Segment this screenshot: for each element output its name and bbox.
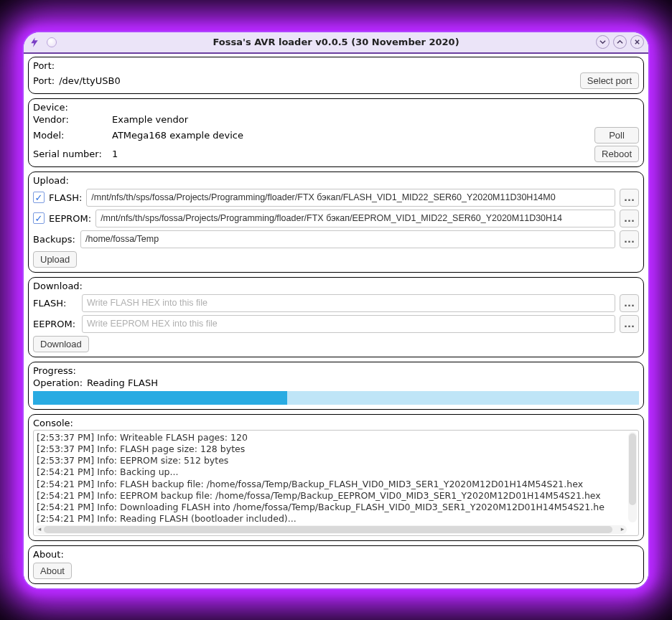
download-flash-browse-button[interactable]: ...: [620, 294, 639, 312]
download-group: Download: FLASH: ... EEPROM: ... Downloa…: [28, 277, 644, 357]
maximize-button[interactable]: [613, 35, 627, 49]
content-area: Port: Port: /dev/ttyUSB0 Select port Dev…: [24, 54, 648, 588]
upload-button[interactable]: Upload: [33, 251, 77, 268]
download-section-label: Download:: [33, 281, 639, 291]
app-window: Fossa's AVR loader v0.0.5 (30 November 2…: [24, 32, 648, 588]
progress-section-label: Progress:: [33, 365, 639, 376]
upload-group: Upload: FLASH: ... EEPROM: ... Backups: …: [28, 172, 644, 273]
about-section-label: About:: [33, 549, 639, 560]
app-icon: [28, 36, 41, 49]
poll-button[interactable]: Poll: [594, 127, 639, 144]
console-line: [2:54:21 PM] Info: Downloading FLASH int…: [37, 502, 635, 513]
about-button[interactable]: About: [33, 563, 72, 579]
upload-flash-browse-button[interactable]: ...: [620, 189, 639, 207]
port-value: /dev/ttyUSB0: [59, 75, 121, 86]
console-horizontal-scrollbar[interactable]: ◂▸: [35, 525, 627, 534]
download-eeprom-browse-button[interactable]: ...: [620, 315, 639, 333]
console-line: [2:53:37 PM] Info: FLASH page size: 128 …: [37, 443, 635, 455]
progress-bar: [33, 391, 639, 405]
upload-backups-browse-button[interactable]: ...: [620, 230, 639, 248]
title-bar: Fossa's AVR loader v0.0.5 (30 November 2…: [24, 32, 648, 54]
download-eeprom-label: EEPROM:: [33, 319, 78, 329]
upload-section-label: Upload:: [33, 175, 639, 186]
vendor-label: Vendor:: [33, 114, 112, 125]
upload-eeprom-checkbox[interactable]: [33, 212, 45, 224]
window-title: Fossa's AVR loader v0.0.5 (30 November 2…: [24, 37, 648, 47]
window-controls: [596, 35, 644, 49]
console-line: [2:53:37 PM] Info: Writeable FLASH pages…: [37, 432, 635, 443]
upload-backups-path-input[interactable]: [80, 230, 615, 248]
close-button[interactable]: [630, 35, 644, 49]
console-section-label: Console:: [33, 418, 639, 428]
upload-eeprom-path-input[interactable]: [95, 210, 615, 227]
select-port-button[interactable]: Select port: [580, 72, 639, 89]
upload-eeprom-browse-button[interactable]: ...: [620, 210, 639, 227]
device-group: Device: Vendor: Example vendor Model: AT…: [28, 98, 644, 167]
upload-flash-path-input[interactable]: [86, 189, 615, 207]
model-label: Model:: [33, 130, 112, 141]
reboot-button[interactable]: Reboot: [594, 146, 639, 162]
download-flash-label: FLASH:: [33, 298, 78, 309]
download-flash-path-input[interactable]: [82, 294, 615, 312]
vendor-value: Example vendor: [112, 114, 594, 125]
console-vertical-scrollbar[interactable]: [628, 432, 637, 522]
download-eeprom-path-input[interactable]: [82, 315, 615, 333]
about-group: About: About: [28, 545, 644, 584]
serial-value: 1: [112, 149, 594, 159]
upload-flash-label: FLASH:: [49, 192, 82, 203]
console-line: [2:53:37 PM] Info: EEPROM size: 512 byte…: [37, 455, 635, 466]
port-section-label: Port:: [33, 60, 639, 71]
console-group: Console: [2:53:37 PM] Info: Writeable FL…: [28, 414, 644, 541]
console-line: [2:54:21 PM] Info: Reading FLASH (bootlo…: [37, 513, 635, 525]
console-output[interactable]: [2:53:37 PM] Info: Writeable FLASH pages…: [33, 430, 639, 536]
operation-value: Reading FLASH: [87, 377, 158, 388]
port-label: Port:: [33, 75, 55, 86]
minimize-button[interactable]: [596, 35, 610, 49]
console-line: [2:54:21 PM] Info: EEPROM backup file: /…: [37, 490, 635, 502]
download-button[interactable]: Download: [33, 336, 89, 352]
console-line: [2:54:21 PM] Info: Backing up...: [37, 466, 635, 478]
upload-eeprom-label: EEPROM:: [49, 213, 91, 224]
console-line: [2:54:21 PM] Info: FLASH backup file: /h…: [37, 479, 635, 490]
upload-backups-label: Backups:: [33, 234, 76, 245]
progress-group: Progress: Operation: Reading FLASH: [28, 362, 644, 410]
port-group: Port: Port: /dev/ttyUSB0 Select port: [28, 57, 644, 94]
operation-label: Operation:: [33, 377, 83, 388]
titlebar-indicator-icon: [47, 37, 57, 47]
device-section-label: Device:: [33, 102, 639, 113]
model-value: ATMega168 example device: [112, 130, 594, 141]
progress-bar-fill: [33, 391, 287, 405]
serial-label: Serial number:: [33, 149, 112, 159]
upload-flash-checkbox[interactable]: [33, 192, 45, 203]
